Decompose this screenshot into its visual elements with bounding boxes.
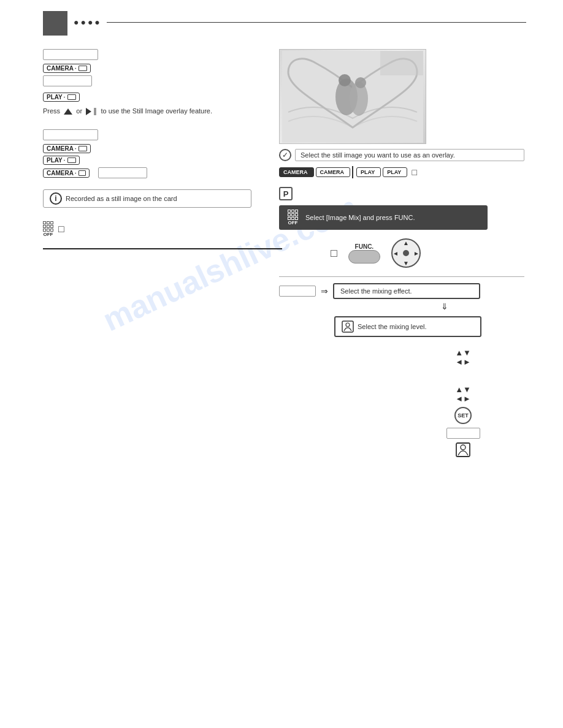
nav-updown-2: ▲▼ (455, 385, 471, 394)
p-badge: P (279, 187, 293, 200)
tab-camera-card[interactable]: CAMERA (316, 167, 351, 177)
nav-lr-1: ◄► (455, 357, 471, 366)
step-arrow-down: ⇓ (365, 299, 524, 314)
func-area: FUNC. (348, 243, 380, 264)
triangle-up-icon (64, 108, 72, 115)
step2-box: Select the mixing level. (334, 316, 481, 337)
camera-tape-badge-2: CAMERA · (43, 144, 91, 153)
step1-row: ⇒ Select the mixing effect. (279, 283, 524, 299)
header-bar: ●●●● (74, 17, 526, 27)
osd-grid (43, 221, 53, 232)
heart-svg (282, 51, 423, 143)
selected-bar-text: Select the still image you want to use a… (301, 151, 455, 159)
set-button[interactable]: SET (454, 407, 472, 424)
osd-highlight-text: Select [Image Mix] and press FUNC. (305, 214, 415, 221)
final-person-frame (456, 442, 470, 459)
step1-box: Select the mixing effect. (333, 283, 480, 299)
section1-body: Press or ‖ to use the Still Image overla… (43, 105, 282, 117)
svg-point-2 (339, 74, 351, 86)
p-badge-row: P (279, 187, 524, 200)
book-icon-func: □ (331, 247, 337, 260)
step2-row: Select the mixing level. (334, 316, 524, 337)
tape-icon-1 (79, 66, 87, 71)
label-box-1b (43, 75, 92, 86)
page-number-block (43, 11, 67, 36)
nav-down-arrow: ▼ (403, 260, 409, 267)
mode-tabs-row: CAMERA CAMERA PLAY PLAY □ (279, 166, 524, 178)
func-button[interactable] (348, 250, 380, 264)
card-icon (79, 170, 86, 176)
svg-point-9 (461, 445, 465, 450)
preview-image (279, 49, 426, 144)
osd-off-icon: OFF (43, 221, 53, 237)
info-bar: i Recorded as a still image on the card (43, 189, 251, 208)
tab-separator (352, 166, 354, 178)
header-dots: ●●●● (74, 17, 102, 27)
info-icon: i (50, 192, 62, 205)
thin-divider (279, 276, 524, 277)
osd-highlight-section: OFF Select [Image Mix] and press FUNC. (279, 205, 524, 230)
nav-center (403, 250, 409, 256)
nav-arrows-1: ▲▼ ◄► (402, 348, 524, 366)
label-box-1 (43, 49, 98, 60)
nav-lr-2: ◄► (455, 394, 471, 403)
osd-book-icon: □ (58, 224, 64, 235)
nav-updown-1: ▲▼ (455, 348, 471, 357)
play-tape-badge-2: PLAY · (43, 156, 80, 165)
tab-play-card[interactable]: PLAY (383, 167, 407, 177)
person-frame-icon (342, 320, 354, 333)
camera-tape-badge-1: CAMERA · (43, 64, 91, 73)
pause-icon: ‖ (93, 105, 97, 117)
nav-left-arrow: ◄ (393, 250, 399, 257)
func-label: FUNC. (355, 243, 374, 250)
camera-card-badge: CAMERA · (43, 169, 90, 178)
section-divider (43, 248, 282, 249)
label-box-small (98, 167, 147, 178)
label-box-2 (43, 129, 98, 140)
tape-icon-2 (79, 146, 87, 151)
osd-off-label: OFF (44, 232, 53, 237)
svg-rect-5 (380, 51, 423, 75)
info-bar-text: Recorded as a still image on the card (66, 195, 177, 202)
book-icon-tabs: □ (412, 167, 416, 177)
osd-off-icon-highlight: OFF (288, 210, 298, 226)
check-row: ✓ Select the still image you want to use… (279, 149, 524, 161)
step1-label-box (279, 286, 316, 297)
left-column: CAMERA · PLAY · Press or ‖ to use the St… (43, 49, 282, 258)
svg-point-4 (355, 77, 366, 88)
tape-icon-play-1 (67, 94, 76, 100)
info-section: i Recorded as a still image on the card (43, 189, 282, 208)
down-arrow-icon: ⇓ (441, 301, 448, 311)
header-line (107, 22, 526, 23)
nav-arrows-2: ▲▼ ◄► SET (402, 385, 524, 459)
final-person-icon (456, 442, 470, 457)
preview-heart-overlay (280, 50, 426, 143)
final-label-box (446, 428, 480, 439)
right-column: ✓ Select the still image you want to use… (279, 49, 524, 459)
section-2: CAMERA · PLAY · CAMERA · (43, 129, 282, 178)
tape-icon-play-2 (67, 157, 76, 163)
func-joystick-row: □ FUNC. ▲ ▼ ◄ ► (328, 238, 524, 268)
selected-bar: Select the still image you want to use a… (295, 149, 524, 161)
play-icon (86, 108, 91, 115)
osd-section: OFF □ (43, 221, 282, 237)
svg-point-7 (346, 323, 350, 327)
nav-right-arrow: ► (413, 250, 419, 257)
osd-highlight-box: OFF Select [Image Mix] and press FUNC. (279, 205, 488, 230)
tab-camera-tape[interactable]: CAMERA (279, 167, 314, 177)
tab-play-tape[interactable]: PLAY (356, 167, 381, 177)
section-1: CAMERA · PLAY · Press or ‖ to use the St… (43, 49, 282, 117)
nav-pad[interactable]: ▲ ▼ ◄ ► (391, 238, 421, 268)
osd-off-label-2: OFF (288, 220, 298, 226)
nav-up-arrow: ▲ (403, 240, 409, 246)
step1-arrow: ⇒ (321, 286, 328, 296)
check-icon: ✓ (279, 149, 291, 161)
play-tape-badge-1: PLAY · (43, 93, 80, 102)
